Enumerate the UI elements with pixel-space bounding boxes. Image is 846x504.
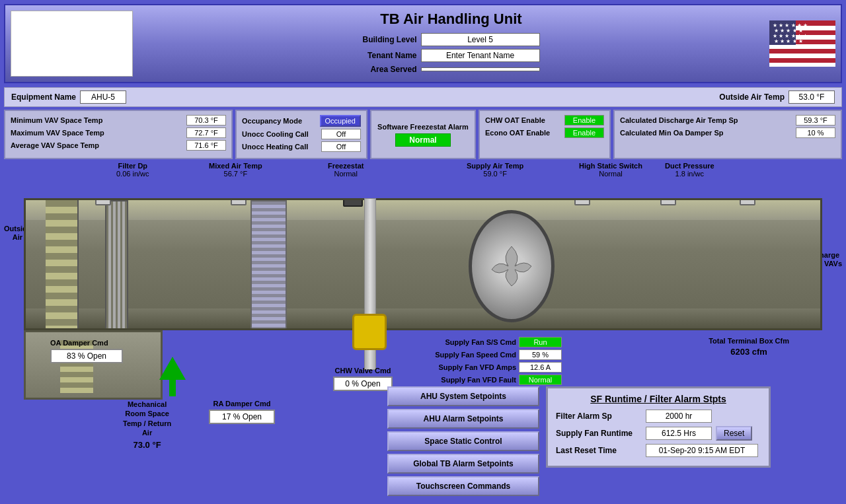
calc-discharge-value: 59.3 °F (796, 115, 835, 126)
ahu-system-setpoints-button[interactable]: AHU System Setpoints (387, 386, 539, 406)
supply-fan-runtime-value: 612.5 Hrs (646, 427, 712, 440)
sensor-labels: Filter Dp 0.06 in/wc Mixed Air Temp 56.7… (4, 162, 842, 198)
freezestat-icon (343, 198, 363, 207)
outside-air-temp-section: Outside Air Temp 53.0 °F (719, 90, 835, 104)
equipment-name-section: Equipment Name AHU-5 (11, 90, 126, 104)
unocc-heating-label: Unocc Heating Call (242, 143, 308, 151)
reset-button[interactable]: Reset (716, 426, 752, 441)
building-level-label: Building Level (362, 35, 416, 44)
mixed-air-sensor: Mixed Air Temp 56.7 °F (209, 162, 262, 178)
freezestat-status: Normal (395, 133, 450, 147)
svg-rect-7 (769, 49, 835, 54)
sf-ss-cmd-value: Run (519, 337, 562, 347)
mixed-air-label: Mixed Air Temp (209, 162, 262, 170)
filter-alarm-label: Filter Alarm Sp (556, 412, 642, 421)
building-level-row: Building Level Level 5 (362, 33, 539, 46)
avg-vav-value: 71.6 °F (186, 140, 226, 151)
area-served-row: Area Served (362, 65, 539, 74)
supply-fan-runtime-label: Supply Fan Runtime (556, 429, 642, 438)
total-terminal-value: 6203 cfm (709, 347, 789, 357)
touchscreen-commands-button[interactable]: Touchscreen Commands (387, 476, 539, 496)
freezestat-title: Software Freezestat Alarm (377, 123, 469, 131)
sf-amps-label: Supply Fan VFD Amps (407, 363, 516, 371)
total-terminal-label: Total Terminal Box Cfm (709, 337, 789, 345)
sf-runtime-title: SF Runtime / Filter Alarm Stpts (556, 394, 761, 404)
nav-buttons: AHU System Setpoints AHU Alarm Setpoints… (387, 386, 539, 496)
sf-amps-value: 12.6 A (519, 362, 562, 373)
outside-air-temp-value: 53.0 °F (788, 90, 835, 104)
duct-body (24, 198, 822, 330)
unocc-cooling-label: Unocc Cooling Call (242, 130, 309, 138)
header-fields: Building Level Level 5 Tenant Name Enter… (362, 33, 539, 77)
sf-speed-label: Supply Fan Speed Cmd (407, 351, 516, 359)
total-terminal-section: Total Terminal Box Cfm 6203 cfm (709, 337, 789, 357)
sf-speed-value: 59 % (519, 349, 562, 360)
svg-rect-10 (769, 63, 835, 67)
space-static-control-button[interactable]: Space Static Control (387, 431, 539, 451)
svg-rect-8 (769, 54, 835, 58)
page-title: TB Air Handling Unit (133, 11, 769, 28)
unocc-heating-value: Off (321, 141, 361, 152)
filter-dp-label: Filter Dp (116, 162, 149, 170)
coil-visual (250, 200, 287, 330)
mixed-air-sensor-icon (231, 198, 247, 205)
calc-min-oa-value: 10 % (796, 127, 835, 138)
max-vav-row: Maximum VAV Space Temp 72.7 °F (11, 127, 226, 138)
area-served-value[interactable] (421, 67, 540, 71)
chw-oat-row: CHW OAT Enable Enable (485, 115, 604, 126)
unocc-heating-row: Unocc Heating Call Off (242, 141, 361, 152)
diagram-area: Filter Dp 0.06 in/wc Mixed Air Temp 56.7… (4, 162, 842, 419)
oat-panel: CHW OAT Enable Enable Econo OAT Enable E… (479, 110, 611, 159)
occupancy-mode-value[interactable]: Occupied (320, 115, 361, 127)
supply-fan-section: Supply Fan S/S Cmd Run Supply Fan Speed … (407, 337, 562, 387)
duct-pressure-value: 1.8 in/wc (665, 170, 714, 178)
freezestat-diag-label: Freezestat (328, 162, 364, 170)
area-served-label: Area Served (370, 65, 416, 74)
bottom-section: AHU System Setpoints AHU Alarm Setpoints… (4, 386, 842, 496)
freezestat-panel: Software Freezestat Alarm Normal (370, 110, 476, 159)
svg-rect-9 (769, 58, 835, 63)
svg-text:★ ★ ★ ★ ★: ★ ★ ★ ★ ★ (774, 38, 803, 44)
fan-visual (469, 210, 555, 322)
avg-vav-label: Average VAV Space Temp (11, 141, 99, 149)
sf-fault-label: Supply Fan VFD Fault (407, 376, 516, 384)
equipment-bar: Equipment Name AHU-5 Outside Air Temp 53… (4, 87, 842, 107)
filter-sensor-icon (95, 198, 111, 205)
calc-discharge-label: Calculated Discharge Air Temp Sp (620, 116, 738, 124)
duct-pressure-icon (740, 198, 755, 205)
chw-valve-handle (352, 314, 387, 350)
calc-setpoints-panel: Calculated Discharge Air Temp Sp 59.3 °F… (613, 110, 842, 159)
filter-alarm-value[interactable]: 2000 hr (646, 410, 712, 423)
high-static-label: High Static Switch (579, 162, 642, 170)
header-center: TB Air Handling Unit Building Level Leve… (133, 11, 769, 77)
high-static-icon (660, 198, 676, 205)
sf-speed-row: Supply Fan Speed Cmd 59 % (407, 349, 562, 360)
high-static-sensor: High Static Switch Normal (579, 162, 642, 178)
min-vav-value: 70.3 °F (186, 115, 226, 126)
last-reset-label: Last Reset Time (556, 446, 642, 455)
supply-air-sensor-icon (574, 198, 590, 205)
ahu-alarm-setpoints-button[interactable]: AHU Alarm Setpoints (387, 409, 539, 429)
unocc-cooling-row: Unocc Cooling Call Off (242, 129, 361, 139)
company-logo (11, 11, 133, 77)
max-vav-value: 72.7 °F (186, 127, 226, 138)
supply-air-label: Supply Air Temp (467, 162, 523, 170)
building-level-value[interactable]: Level 5 (421, 33, 540, 46)
last-reset-value: 01-Sep-20 9:15 AM EDT (646, 444, 758, 457)
freezestat-diag-value: Normal (328, 170, 364, 178)
calc-discharge-row: Calculated Discharge Air Temp Sp 59.3 °F (620, 115, 835, 126)
tenant-name-value[interactable]: Enter Tenant Name (421, 49, 540, 62)
calc-min-oa-row: Calculated Min Oa Damper Sp 10 % (620, 127, 835, 138)
global-tb-alarm-button[interactable]: Global TB Alarm Setpoints (387, 454, 539, 474)
outside-air-temp-label: Outside Air Temp (719, 92, 785, 102)
flag-icon: ★ ★ ★ ★ ★ ★ ★ ★ ★ ★ ★ ★ ★ ★ ★ ★ ★ ★ ★ ★ … (769, 20, 835, 67)
oa-damper-cmd-section: OA Damper Cmd 83 % Open (50, 339, 123, 363)
status-panels-row: Minimum VAV Space Temp 70.3 °F Maximum V… (4, 110, 842, 159)
econo-oat-row: Econo OAT Enable Enable (485, 127, 604, 138)
filter-alarm-row: Filter Alarm Sp 2000 hr (556, 410, 761, 423)
tenant-name-label: Tenant Name (367, 51, 416, 60)
sf-runtime-panel: SF Runtime / Filter Alarm Stpts Filter A… (546, 386, 771, 468)
duct-top-wall (26, 200, 820, 220)
duct-bottom-wall (26, 308, 820, 328)
duct-pressure-label: Duct Pressure (665, 162, 714, 170)
